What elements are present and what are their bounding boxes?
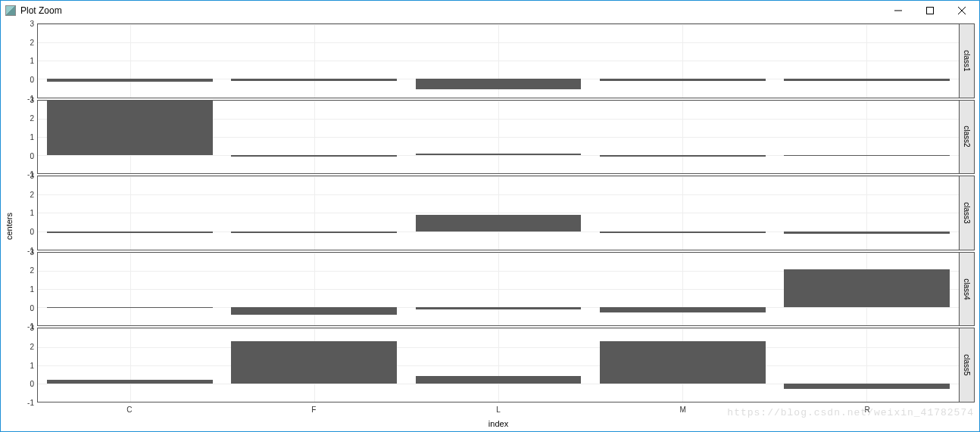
- bar: [231, 341, 397, 384]
- maximize-button[interactable]: [914, 2, 946, 20]
- facet-row: -10123class3: [16, 176, 975, 250]
- y-tick: 3: [30, 95, 34, 104]
- bar: [231, 307, 397, 315]
- chart-panel: [37, 100, 960, 175]
- chart-panel: [37, 328, 960, 402]
- bar: [784, 384, 950, 389]
- x-tick: L: [496, 406, 501, 414]
- facet-row: -10123class1: [16, 23, 975, 98]
- y-tick: 0: [30, 303, 34, 312]
- y-tick: 1: [30, 132, 34, 141]
- facet-row: -10123class2: [16, 100, 975, 175]
- bar: [47, 101, 213, 155]
- facet-label: class4: [963, 278, 971, 300]
- y-tick: 2: [30, 38, 34, 46]
- facet-strip: class5: [960, 328, 975, 402]
- bar: [416, 215, 582, 232]
- chart-panel: [37, 176, 960, 250]
- facet-label: class3: [963, 202, 971, 223]
- bar: [416, 154, 582, 155]
- y-tick: 0: [30, 151, 34, 160]
- minimize-button[interactable]: [882, 2, 914, 20]
- bar: [47, 232, 213, 233]
- y-tick: 1: [30, 361, 34, 369]
- facet-label: class1: [963, 50, 971, 71]
- bar: [47, 380, 213, 384]
- bar: [231, 232, 397, 233]
- y-tick: -1: [27, 398, 34, 406]
- y-tick: 0: [30, 75, 34, 83]
- bar: [600, 155, 766, 157]
- bar: [416, 307, 582, 309]
- title-bar: Plot Zoom: [1, 1, 979, 20]
- bar: [600, 232, 766, 233]
- y-axis: -10123: [16, 176, 37, 250]
- y-tick: 2: [30, 190, 34, 198]
- bar: [47, 79, 213, 82]
- y-tick: 2: [30, 114, 34, 123]
- bar: [231, 155, 397, 157]
- chart-panel: [37, 252, 960, 327]
- bar: [784, 232, 950, 234]
- app-icon: [5, 5, 16, 16]
- x-axis-label: index: [488, 419, 508, 428]
- facet-column: -10123class1-10123class2-10123class3-101…: [16, 23, 975, 428]
- chart-panel: [37, 23, 960, 98]
- y-tick: 0: [30, 228, 34, 236]
- x-axis: CFLMRindex: [37, 404, 960, 428]
- y-tick: 1: [30, 57, 34, 65]
- y-tick: 1: [30, 285, 34, 294]
- bar: [416, 79, 582, 89]
- window-controls: [882, 2, 978, 20]
- y-tick: 3: [30, 20, 34, 28]
- y-tick: 2: [30, 343, 34, 351]
- y-tick: 0: [30, 380, 34, 388]
- y-tick: 3: [30, 172, 34, 180]
- x-tick: C: [126, 406, 132, 414]
- svg-rect-1: [927, 8, 934, 14]
- bar: [416, 376, 582, 384]
- facet-row: -10123class5: [16, 328, 975, 402]
- x-tick: M: [679, 406, 685, 414]
- x-tick: F: [311, 406, 316, 414]
- x-axis-row: CFLMRindex: [16, 404, 975, 428]
- y-tick: 2: [30, 266, 34, 275]
- bar: [231, 79, 397, 80]
- bar: [784, 269, 950, 308]
- bar: [784, 79, 950, 80]
- close-button[interactable]: [946, 2, 978, 20]
- bar: [600, 307, 766, 312]
- facet-strip: class3: [960, 176, 975, 250]
- plot-zoom-window: Plot Zoom centers -10123class1-10123clas…: [0, 0, 980, 432]
- facet-label: class5: [963, 354, 971, 375]
- y-tick: 3: [30, 247, 34, 256]
- facet-row: -10123class4: [16, 252, 975, 327]
- y-axis: -10123: [16, 328, 37, 402]
- facet-strip: class4: [960, 252, 975, 327]
- bar: [600, 341, 766, 384]
- y-axis-label: centers: [5, 212, 14, 239]
- y-axis: -10123: [16, 252, 37, 327]
- y-axis: -10123: [16, 23, 37, 98]
- y-tick: 3: [30, 324, 34, 332]
- facet-strip: class2: [960, 100, 975, 175]
- bar: [600, 79, 766, 80]
- facet-label: class2: [963, 126, 971, 148]
- y-tick: 1: [30, 209, 34, 217]
- y-axis: -10123: [16, 100, 37, 175]
- window-title: Plot Zoom: [20, 5, 62, 16]
- plot-area: centers -10123class1-10123class2-10123cl…: [1, 20, 979, 431]
- facet-strip: class1: [960, 23, 975, 98]
- x-tick: R: [865, 406, 870, 414]
